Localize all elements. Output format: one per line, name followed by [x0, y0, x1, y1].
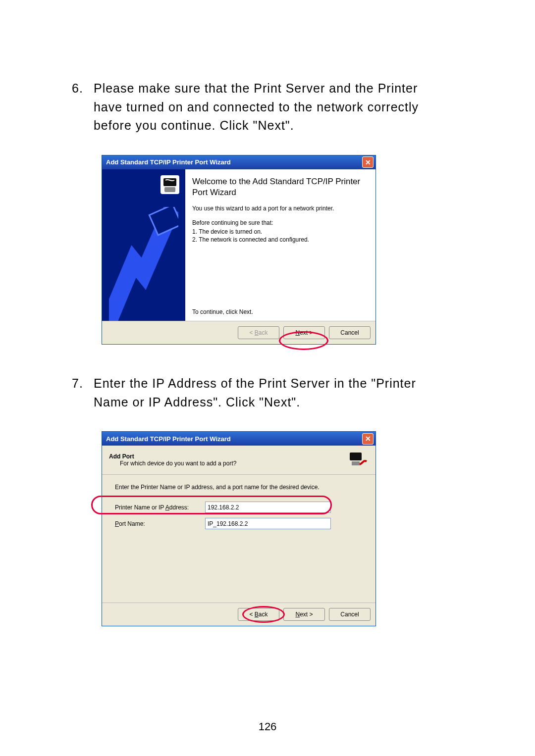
requirement-2: 2. The network is connected and configur…	[192, 236, 368, 244]
document-page: 6. Please make sure that the Print Serve…	[0, 0, 535, 756]
close-icon[interactable]: ✕	[362, 433, 374, 445]
page-number: 126	[0, 720, 535, 733]
back-button: < Back	[238, 326, 279, 339]
dialog-header: Add Port For which device do you want to…	[102, 446, 375, 474]
header-subtitle: For which device do you want to add a po…	[109, 460, 348, 467]
svg-rect-2	[164, 187, 175, 192]
window-title: Add Standard TCP/IP Printer Port Wizard	[106, 435, 362, 443]
wizard-subtext: You use this wizard to add a port for a …	[192, 204, 368, 212]
cancel-button[interactable]: Cancel	[329, 608, 371, 621]
printer-address-label: Printer Name or IP Address:	[115, 504, 198, 511]
wizard-heading: Welcome to the Add Standard TCP/IP Print…	[192, 176, 368, 199]
wizard-right-panel: Welcome to the Add Standard TCP/IP Print…	[185, 169, 375, 321]
titlebar: Add Standard TCP/IP Printer Port Wizard …	[102, 432, 375, 446]
wizard-dialog-welcome: Add Standard TCP/IP Printer Port Wizard …	[102, 155, 376, 345]
dialog-header-text: Add Port For which device do you want to…	[109, 453, 348, 467]
next-button[interactable]: Next >	[283, 326, 325, 339]
button-bar: < Back Next > Cancel	[102, 321, 375, 344]
step-6-number: 6.	[72, 79, 87, 98]
next-button[interactable]: Next >	[283, 608, 325, 621]
dialog-body: Add Port For which device do you want to…	[102, 446, 375, 626]
cable-icon	[109, 207, 178, 321]
titlebar: Add Standard TCP/IP Printer Port Wizard …	[102, 155, 375, 169]
back-button[interactable]: < Back	[238, 608, 279, 621]
printer-icon	[160, 174, 180, 195]
wizard-dialog-add-port: Add Standard TCP/IP Printer Port Wizard …	[102, 431, 376, 626]
svg-rect-1	[163, 178, 176, 186]
window-title: Add Standard TCP/IP Printer Port Wizard	[106, 158, 362, 166]
port-name-label: Port Name:	[115, 520, 198, 527]
step-7: 7. Enter the IP Address of the Print Ser…	[72, 374, 466, 411]
step-7-text: Enter the IP Address of the Print Server…	[94, 374, 430, 411]
port-name-input[interactable]: IP_192.168.2.2	[205, 518, 331, 529]
svg-rect-4	[350, 453, 362, 460]
wizard-continue-hint: To continue, click Next.	[192, 308, 368, 316]
dialog-form: Enter the Printer Name or IP address, an…	[102, 475, 375, 603]
wizard-side-graphic	[102, 169, 185, 321]
step-6: 6. Please make sure that the Print Serve…	[72, 79, 466, 135]
requirement-1: 1. The device is turned on.	[192, 228, 368, 236]
printer-address-input[interactable]: 192.168.2.2	[205, 502, 331, 513]
wizard-requirements: 1. The device is turned on. 2. The netwo…	[192, 228, 368, 244]
step-7-number: 7.	[72, 374, 87, 393]
step-6-text: Please make sure that the Print Server a…	[94, 79, 430, 135]
close-icon[interactable]: ✕	[362, 156, 374, 168]
dialog-upper: Welcome to the Add Standard TCP/IP Print…	[102, 169, 375, 321]
header-title: Add Port	[109, 453, 348, 460]
row-printer-address: Printer Name or IP Address: 192.168.2.2	[115, 502, 363, 513]
dialog-body: Welcome to the Add Standard TCP/IP Print…	[102, 169, 375, 345]
button-bar: < Back Next > Cancel	[102, 603, 375, 626]
cancel-button[interactable]: Cancel	[329, 326, 371, 339]
svg-rect-5	[352, 461, 360, 465]
wizard-prelist: Before continuing be sure that:	[192, 219, 368, 227]
row-port-name: Port Name: IP_192.168.2.2	[115, 518, 363, 529]
form-instruction: Enter the Printer Name or IP address, an…	[115, 484, 363, 491]
printer-icon	[348, 450, 369, 470]
